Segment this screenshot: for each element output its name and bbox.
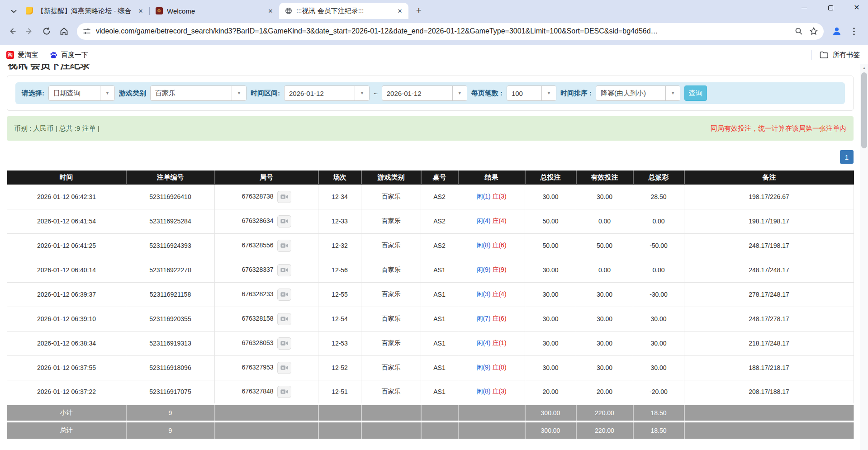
chevron-down-icon[interactable]: ▼ bbox=[452, 86, 467, 100]
round-number: 676328337 bbox=[242, 266, 273, 273]
video-replay-button[interactable] bbox=[277, 362, 291, 374]
cell-game-type: 百家乐 bbox=[361, 331, 421, 355]
cell-result: 闲(4) 庄(1) bbox=[458, 331, 525, 355]
cell-game-type: 百家乐 bbox=[361, 355, 421, 380]
result-player: 闲(4) bbox=[476, 339, 490, 346]
bookmark-baidu[interactable]: 百度一下 bbox=[50, 51, 88, 59]
tab-close-icon[interactable]: ✕ bbox=[396, 7, 404, 15]
table-row: 2026-01-12 06:41:54523116925284676328634… bbox=[7, 209, 854, 233]
video-replay-button[interactable] bbox=[277, 337, 291, 350]
cell-table-number: AS2 bbox=[421, 233, 458, 258]
back-icon[interactable] bbox=[5, 24, 20, 39]
video-replay-button[interactable] bbox=[277, 289, 291, 301]
bookmarks-divider bbox=[811, 50, 811, 60]
page-number-button[interactable]: 1 bbox=[840, 150, 854, 164]
vertical-scrollbar[interactable]: ▲ bbox=[860, 64, 868, 450]
cell-session: 12-33 bbox=[318, 209, 361, 233]
forward-icon[interactable] bbox=[22, 24, 37, 39]
bookmark-taobao[interactable]: 淘 爱淘宝 bbox=[6, 51, 38, 59]
home-icon[interactable] bbox=[56, 24, 71, 39]
date-start-dropdown[interactable]: 2026-01-12 ▼ bbox=[284, 85, 370, 101]
cell-table-number: AS2 bbox=[421, 185, 458, 209]
video-replay-button[interactable] bbox=[277, 386, 291, 398]
url-text[interactable]: videoie.com/game/betrecord_search/kind3?… bbox=[96, 27, 790, 35]
scroll-up-icon[interactable]: ▲ bbox=[860, 64, 868, 71]
round-number: 676328158 bbox=[242, 315, 273, 322]
scrollbar-thumb[interactable] bbox=[861, 72, 867, 148]
round-number: 676327953 bbox=[242, 364, 273, 371]
video-replay-button[interactable] bbox=[277, 191, 291, 203]
cell-time: 2026-01-12 06:39:10 bbox=[7, 307, 126, 331]
cell-total-bet: 20.00 bbox=[525, 380, 576, 404]
cell-total-bet: 30.00 bbox=[525, 185, 576, 209]
summary-cell bbox=[361, 422, 421, 439]
tab-bet-records[interactable]: :::视讯 会员下注纪录::: ✕ bbox=[279, 3, 408, 19]
maximize-button[interactable] bbox=[825, 3, 835, 13]
date-end-dropdown[interactable]: 2026-01-12 ▼ bbox=[382, 85, 467, 101]
query-type-dropdown[interactable]: 日期查询 ▼ bbox=[48, 85, 115, 101]
per-page-dropdown[interactable]: 100 ▼ bbox=[507, 85, 556, 101]
zoom-icon[interactable] bbox=[795, 27, 803, 35]
cell-session: 12-56 bbox=[318, 258, 361, 282]
cell-result: 闲(1) 庄(3) bbox=[458, 185, 525, 209]
new-tab-button[interactable]: + bbox=[412, 4, 426, 17]
cell-round-number: 676328738 bbox=[215, 185, 318, 209]
tab-welcome[interactable]: ❂ Welcome ✕ bbox=[150, 3, 279, 19]
all-bookmarks[interactable]: 所有书签 bbox=[811, 50, 860, 60]
column-header: 桌号 bbox=[421, 171, 458, 185]
address-bar[interactable]: videoie.com/game/betrecord_search/kind3?… bbox=[77, 23, 824, 40]
result-player: 闲(4) bbox=[476, 217, 490, 224]
tab-close-icon[interactable]: ✕ bbox=[137, 7, 145, 15]
cell-table-number: AS1 bbox=[421, 258, 458, 282]
minimize-button[interactable] bbox=[799, 3, 809, 13]
cell-note: 278.17/248.17 bbox=[684, 282, 854, 307]
cell-time: 2026-01-12 06:39:37 bbox=[7, 282, 126, 307]
table-row: 2026-01-12 06:39:37523116921158676328233… bbox=[7, 282, 854, 307]
summary-cell: 18.50 bbox=[633, 404, 684, 422]
profile-avatar[interactable] bbox=[829, 24, 844, 39]
chevron-down-icon[interactable]: ▼ bbox=[232, 86, 246, 100]
bookmark-star-icon[interactable] bbox=[809, 27, 818, 36]
cell-note: 218.17/248.17 bbox=[684, 331, 854, 355]
cell-result: 闲(8) 庄(6) bbox=[458, 233, 525, 258]
cell-session: 12-32 bbox=[318, 233, 361, 258]
cell-valid-bet: 0.00 bbox=[576, 209, 633, 233]
chevron-down-icon[interactable]: ▼ bbox=[665, 86, 680, 100]
round-number: 676328738 bbox=[242, 193, 273, 200]
time-sort-dropdown[interactable]: 降幂(由大到小) ▼ bbox=[596, 85, 680, 101]
tab-search-chevron-icon[interactable] bbox=[7, 4, 20, 19]
reload-icon[interactable] bbox=[39, 24, 54, 39]
menu-dots-icon[interactable] bbox=[846, 24, 862, 39]
cell-table-number: AS1 bbox=[421, 331, 458, 355]
chevron-down-icon[interactable]: ▼ bbox=[100, 86, 114, 100]
game-type-dropdown[interactable]: 百家乐 ▼ bbox=[150, 85, 247, 101]
tab-forum[interactable]: 【新提醒】海燕策略论坛 - 综合 ✕ bbox=[20, 3, 149, 19]
video-replay-button[interactable] bbox=[277, 264, 291, 276]
video-replay-button[interactable] bbox=[277, 313, 291, 325]
result-banker: 庄(3) bbox=[492, 193, 506, 200]
video-replay-button[interactable] bbox=[277, 240, 291, 252]
column-header: 结果 bbox=[458, 171, 525, 185]
cell-round-number: 676328634 bbox=[215, 209, 318, 233]
cell-note: 248.17/278.17 bbox=[684, 307, 854, 331]
bet-records-table: 时间注单编号局号场次游戏类别桌号结果总投注有效投注总派彩备注 2026-01-1… bbox=[7, 171, 854, 439]
column-header: 备注 bbox=[684, 171, 854, 185]
tab-close-icon[interactable]: ✕ bbox=[266, 7, 275, 15]
column-header: 游戏类别 bbox=[361, 171, 421, 185]
date-end-value: 2026-01-12 bbox=[382, 86, 452, 100]
cell-time: 2026-01-12 06:42:31 bbox=[7, 185, 126, 209]
cell-bet-number: 523116921158 bbox=[126, 282, 215, 307]
pagination: 1 bbox=[7, 150, 854, 164]
chevron-down-icon[interactable]: ▼ bbox=[541, 86, 556, 100]
tab-title: Welcome bbox=[167, 7, 266, 15]
result-banker: 庄(4) bbox=[492, 217, 506, 224]
video-replay-button[interactable] bbox=[277, 215, 291, 227]
cell-valid-bet: 30.00 bbox=[576, 185, 633, 209]
summary-cell bbox=[318, 422, 361, 439]
chevron-down-icon[interactable]: ▼ bbox=[355, 86, 369, 100]
search-button[interactable]: 查询 bbox=[684, 85, 707, 101]
close-button[interactable]: ✕ bbox=[852, 3, 862, 13]
site-info-icon[interactable] bbox=[82, 27, 91, 36]
table-row: 2026-01-12 06:40:14523116922270676328337… bbox=[7, 258, 854, 282]
result-banker: 庄(6) bbox=[492, 315, 506, 322]
